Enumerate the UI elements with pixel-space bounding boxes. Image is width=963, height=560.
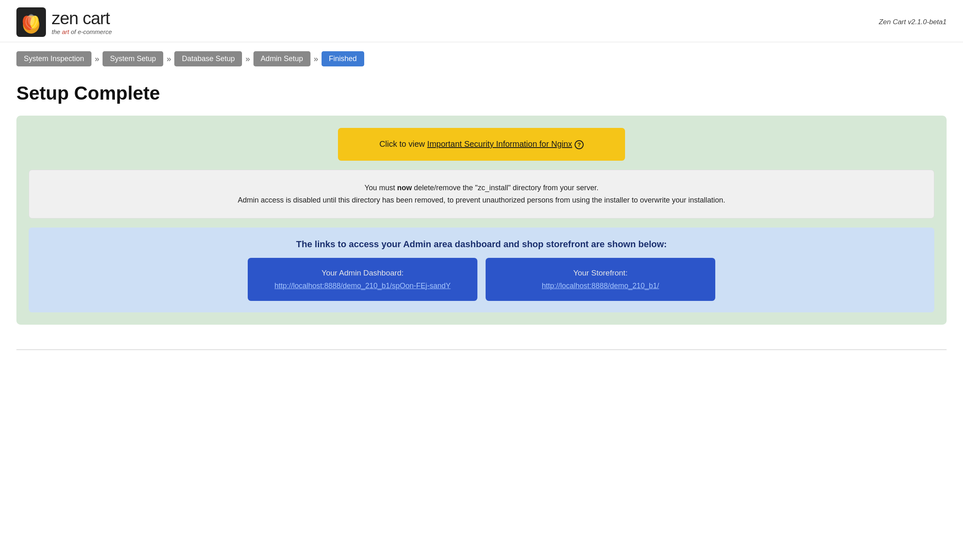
breadcrumb-sep-4: » xyxy=(314,54,318,64)
breadcrumb-step-1[interactable]: System Inspection xyxy=(16,51,91,66)
page-divider xyxy=(16,349,947,350)
breadcrumb-sep-1: » xyxy=(95,54,99,64)
storefront-label: Your Storefront: xyxy=(502,269,699,278)
breadcrumb-step-4[interactable]: Admin Setup xyxy=(253,51,310,66)
outer-card: Click to view Important Security Informa… xyxy=(16,116,947,325)
version-text: Zen Cart v2.1.0-beta1 xyxy=(879,18,947,26)
links-row: Your Admin Dashboard: http://localhost:8… xyxy=(41,258,922,301)
logo-text: zen cart the art of e-commerce xyxy=(52,9,112,36)
notice-box: You must now delete/remove the "zc_insta… xyxy=(29,170,934,219)
notice-line2: Admin access is disabled until this dire… xyxy=(46,194,917,207)
logo-area: zen cart the art of e-commerce xyxy=(16,7,112,37)
breadcrumb-step-5[interactable]: Finished xyxy=(322,51,364,66)
breadcrumb-step-3[interactable]: Database Setup xyxy=(174,51,242,66)
admin-url[interactable]: http://localhost:8888/demo_210_b1/spOon-… xyxy=(264,282,461,290)
storefront-link-card[interactable]: Your Storefront: http://localhost:8888/d… xyxy=(486,258,715,301)
header: zen cart the art of e-commerce Zen Cart … xyxy=(0,0,963,42)
notice-line1: You must now delete/remove the "zc_insta… xyxy=(46,182,917,194)
admin-link-card[interactable]: Your Admin Dashboard: http://localhost:8… xyxy=(248,258,477,301)
breadcrumb: System Inspection » System Setup » Datab… xyxy=(0,42,963,74)
breadcrumb-sep-3: » xyxy=(245,54,250,64)
links-area: The links to access your Admin area dash… xyxy=(29,228,934,312)
security-banner[interactable]: Click to view Important Security Informa… xyxy=(338,128,625,161)
breadcrumb-step-2[interactable]: System Setup xyxy=(103,51,163,66)
breadcrumb-sep-2: » xyxy=(167,54,171,64)
security-banner-link[interactable]: Important Security Information for Nginx xyxy=(427,139,572,148)
security-banner-pre-text: Click to view xyxy=(379,139,427,148)
page-title: Setup Complete xyxy=(16,82,947,104)
storefront-url[interactable]: http://localhost:8888/demo_210_b1/ xyxy=(502,282,699,290)
logo-icon xyxy=(16,7,46,37)
admin-label: Your Admin Dashboard: xyxy=(264,269,461,278)
question-mark-icon[interactable]: ? xyxy=(575,140,584,149)
links-title: The links to access your Admin area dash… xyxy=(296,239,667,250)
logo-title: zen cart xyxy=(52,9,112,28)
logo-subtitle: the art of e-commerce xyxy=(52,29,112,36)
main-content: Setup Complete Click to view Important S… xyxy=(0,74,963,349)
